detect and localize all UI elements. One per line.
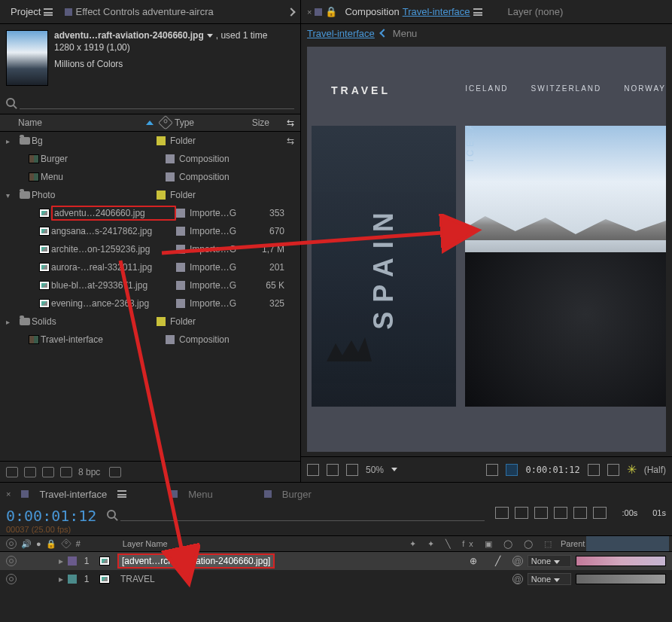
project-row[interactable]: ▸BgFolder⇆ [0,132,300,150]
layer-name-column[interactable]: Layer Name [123,539,168,548]
label-swatch[interactable] [176,299,185,308]
label-swatch[interactable] [176,263,185,272]
project-row[interactable]: MenuComposition [0,168,300,186]
effect-controls-tab[interactable]: Effect Controls adventure-aircra [60,5,217,19]
display-icon[interactable] [327,464,339,476]
row-flow-icon[interactable]: ⇆ [287,136,294,146]
dropdown-icon[interactable] [391,468,397,471]
channel-icon[interactable] [607,464,619,476]
viewer-zoom[interactable]: 50% [366,465,384,475]
timeline-layer-row[interactable]: ▸1TRAVEL@None [0,570,672,588]
disclosure-icon[interactable]: ▸ [6,318,18,326]
visibility-toggle[interactable] [6,574,17,584]
layer-label-swatch[interactable] [68,575,77,584]
draft3d-icon[interactable] [515,507,528,519]
layer-name[interactable]: [advent…rcraft-aviation-2406660.jpg] [117,553,275,569]
project-row[interactable]: blue-bl…at-2933671.jpgImporte…G65 K [0,276,300,294]
parent-pickwhip-icon[interactable]: @ [512,556,523,566]
color-mgmt-icon[interactable]: ✳ [627,462,637,477]
project-row[interactable]: BurgerComposition [0,150,300,168]
close-tab-icon[interactable]: × [307,8,312,17]
solo-column-icon[interactable]: ● [36,539,41,548]
label-swatch[interactable] [166,154,175,163]
frame-blend-icon[interactable] [534,507,548,519]
project-row[interactable]: angsana…s-2417862.jpgImporte…G670 [0,222,300,240]
label-swatch[interactable] [157,317,166,326]
composition-tab[interactable]: Composition Travel-interface [340,5,486,19]
composition-viewport[interactable]: TRAVEL ICELAND SWITZERLAND NORWAY SPAIN … [307,47,666,452]
viewer-quality[interactable]: (Half) [644,465,666,475]
layer-name[interactable]: TRAVEL [117,573,158,585]
timeline-tab[interactable]: Burger [282,489,312,500]
timeline-current-time[interactable]: 0:00:01:12 [6,507,96,525]
work-area-bar[interactable] [586,536,669,551]
parent-dropdown[interactable]: None [528,573,571,585]
project-search-input[interactable] [20,95,294,109]
label-swatch[interactable] [176,245,185,254]
magnify-icon[interactable] [307,464,319,476]
motion-blur-icon[interactable] [554,507,567,519]
label-column-icon[interactable] [158,115,173,130]
label-swatch[interactable] [166,172,175,181]
sort-asc-icon[interactable] [146,120,154,125]
chevron-left-icon[interactable] [379,29,388,37]
label-swatch[interactable] [166,335,175,344]
comp-mini-flowchart-icon[interactable] [495,507,509,519]
vr-icon[interactable] [346,464,358,476]
panel-menu-icon[interactable] [117,490,126,498]
project-row[interactable]: archite…on-1259236.jpgImporte…G1,7 M [0,240,300,258]
project-row[interactable]: adventu…2406660.jpgImporte…G353 [0,204,300,222]
label-swatch[interactable] [157,136,166,145]
new-folder-icon[interactable] [24,467,36,477]
graph-editor-icon[interactable] [573,507,587,519]
parent-dropdown[interactable]: None [528,555,571,567]
project-row[interactable]: evening…ance-2363.jpgImporte…G325 [0,294,300,313]
col-name[interactable]: Name [18,117,42,128]
project-row[interactable]: ▸SolidsFolder [0,313,300,331]
snap-icon[interactable] [593,507,607,519]
disclosure-icon[interactable]: ▸ [6,137,18,145]
label-swatch[interactable] [176,281,185,290]
parent-pickwhip-icon[interactable]: @ [512,574,523,584]
layer-switches[interactable]: ⊕ ╱ [470,556,507,566]
new-comp-icon[interactable] [42,467,54,477]
project-row[interactable]: ▾PhotoFolder [0,186,300,204]
viewer-time[interactable]: 0:00:01:12 [525,465,579,475]
label-swatch[interactable] [176,227,185,236]
project-settings-icon[interactable] [60,467,72,477]
audio-column-icon[interactable]: 🔊 [21,539,32,549]
timeline-tab[interactable]: Menu [188,489,213,500]
timeline-layer-row[interactable]: ▸1[advent…rcraft-aviation-2406660.jpg]⊕ … [0,552,672,570]
overflow-icon[interactable] [287,8,295,16]
interpret-footage-icon[interactable] [6,467,18,477]
label-swatch[interactable] [157,191,166,200]
mask-toggle-icon[interactable] [506,464,518,476]
flowchart-icon[interactable]: ⇆ [287,117,294,128]
label-swatch[interactable] [176,209,185,218]
switches-column-icons[interactable]: ✦ ✦ ╲ fx ▣ ◯ ◯ ⬚ [409,539,556,549]
label-column-icon[interactable] [61,538,71,549]
layer-label-swatch[interactable] [68,556,77,566]
visibility-column-icon[interactable] [6,538,17,549]
disclosure-icon[interactable]: ▸ [59,556,63,566]
layer-track[interactable] [576,556,666,566]
timeline-tab[interactable]: Travel-interface [39,489,107,500]
timeline-search-input[interactable] [120,507,485,521]
layer-tab[interactable]: Layer (none) [508,6,564,17]
disclosure-icon[interactable]: ▸ [59,574,63,584]
project-tab[interactable]: Project [6,5,57,19]
panel-menu-icon[interactable] [44,8,53,16]
col-type[interactable]: Type [175,117,239,128]
snapshot-icon[interactable] [588,464,600,476]
visibility-toggle[interactable] [6,556,17,566]
dropdown-icon[interactable] [207,34,213,38]
trash-icon[interactable] [109,467,121,477]
project-item-thumbnail[interactable] [6,30,48,86]
flow-active[interactable]: Travel-interface [307,28,375,39]
project-row[interactable]: aurora-…real-332011.jpgImporte…G201 [0,258,300,276]
bpc-label[interactable]: 8 bpc [78,467,100,477]
panel-menu-icon[interactable] [473,8,482,16]
close-tab-icon[interactable]: × [6,489,11,499]
grid-icon[interactable] [486,464,498,476]
project-row[interactable]: Travel-interfaceComposition [0,331,300,349]
